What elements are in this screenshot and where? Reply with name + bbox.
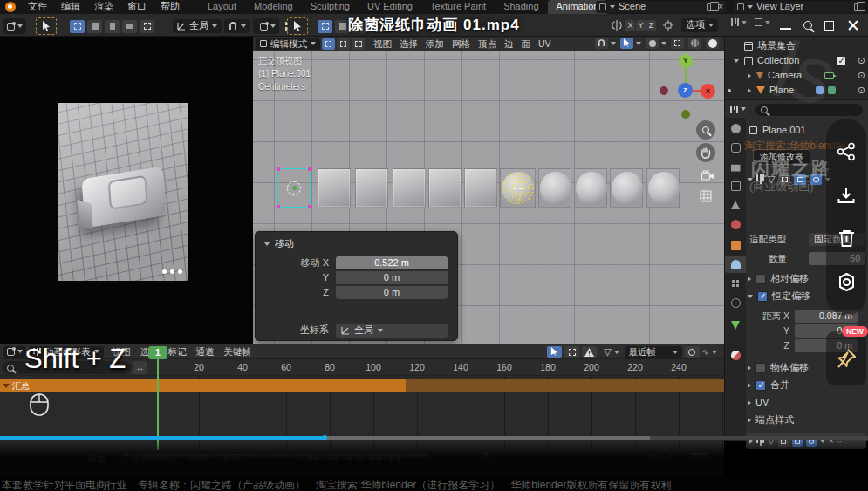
- section-checkbox[interactable]: [755, 380, 766, 391]
- outliner-row[interactable]: Camera ⊙: [725, 68, 868, 83]
- properties-search-input[interactable]: [755, 104, 863, 116]
- camera-view-button[interactable]: [698, 166, 717, 185]
- transform-value-field[interactable]: 0 m: [336, 286, 448, 299]
- tab-object-icon[interactable]: [725, 236, 746, 254]
- transform-value-field[interactable]: 0 m: [336, 271, 448, 284]
- editor-menu[interactable]: 添加: [426, 38, 444, 50]
- view-layer-selector[interactable]: View Layer: [734, 1, 865, 13]
- workspace-tab[interactable]: Layout: [199, 0, 245, 14]
- shading-solid-button[interactable]: [706, 38, 719, 49]
- plane-object[interactable]: [318, 168, 351, 208]
- expand-caret-icon[interactable]: [748, 295, 753, 298]
- edit-mode-toggle[interactable]: [778, 174, 790, 185]
- tab-view-layer-icon[interactable]: [725, 177, 746, 194]
- outliner-item-label[interactable]: Camera: [768, 70, 802, 81]
- gizmo-axis-x[interactable]: X: [701, 84, 715, 99]
- show-gizmo-button[interactable]: [671, 38, 684, 49]
- workspace-tab[interactable]: Modeling: [245, 0, 302, 14]
- expand-caret-icon[interactable]: [748, 276, 751, 282]
- gizmo-axis-y[interactable]: Y: [679, 54, 693, 68]
- plane-object[interactable]: [464, 168, 497, 208]
- edit-mode-sphere-object[interactable]: [500, 168, 536, 208]
- topbar-menu[interactable]: 帮助: [154, 1, 187, 12]
- expand-caret-icon[interactable]: [748, 383, 751, 388]
- topbar-menu[interactable]: 渲染: [87, 1, 120, 12]
- edge-select-button[interactable]: [337, 38, 350, 50]
- face-select-button[interactable]: [352, 38, 365, 50]
- only-selected-button[interactable]: [547, 346, 562, 358]
- outliner-item-label[interactable]: Plane: [769, 85, 794, 96]
- expand-caret-icon[interactable]: [734, 59, 739, 63]
- transform-value-field[interactable]: 0.522 m: [336, 256, 448, 269]
- pan-hand-button[interactable]: [696, 143, 715, 162]
- scene-collection-label[interactable]: 场景集合: [757, 40, 796, 51]
- expand-caret-icon[interactable]: [748, 418, 751, 423]
- close-icon[interactable]: ×: [718, 2, 723, 12]
- eye-icon[interactable]: ⊙: [858, 70, 865, 81]
- gizmo-axis-minus-x[interactable]: [660, 86, 668, 95]
- modifier-section-row[interactable]: 合并: [748, 379, 789, 391]
- tab-scene-icon[interactable]: [725, 196, 746, 214]
- tab-particles-icon[interactable]: [725, 275, 746, 292]
- sphere-object[interactable]: [646, 168, 680, 208]
- modifier-section-row[interactable]: UV: [748, 397, 769, 408]
- collection-checkbox[interactable]: [836, 56, 846, 66]
- selected-plane-object[interactable]: [277, 168, 311, 208]
- copy-icon[interactable]: [707, 3, 714, 11]
- tab-tool-icon[interactable]: [725, 119, 746, 137]
- transform-panel[interactable]: 移动 移动 X 0.522 m Y 0 m Z 0 m: [255, 231, 458, 341]
- section-checkbox[interactable]: [755, 363, 766, 373]
- sphere-object[interactable]: [538, 168, 571, 208]
- overlays-button[interactable]: [688, 38, 701, 49]
- outliner-row[interactable]: Plane ⊙: [725, 83, 868, 98]
- filter-funnel-icon[interactable]: ▽: [604, 346, 611, 358]
- editor-menu[interactable]: 边: [504, 38, 514, 50]
- close-icon[interactable]: ✕: [846, 17, 860, 34]
- expand-caret-icon[interactable]: [748, 73, 751, 78]
- plane-object[interactable]: [355, 168, 388, 208]
- current-frame-indicator[interactable]: 1: [148, 346, 167, 359]
- workspace-tab[interactable]: UV Editing: [359, 0, 421, 14]
- eye-icon[interactable]: ⊙: [858, 55, 865, 66]
- snap-mode-dropdown[interactable]: 最近帧: [625, 346, 682, 358]
- mode-dropdown[interactable]: 编辑模式: [256, 38, 320, 50]
- render-toggle[interactable]: [810, 174, 822, 185]
- hidden-objects-button[interactable]: [564, 346, 579, 358]
- summary-channel-row[interactable]: 汇总: [0, 379, 406, 392]
- copy-icon[interactable]: [854, 3, 861, 11]
- left-3d-viewport[interactable]: [0, 37, 253, 344]
- collapse-caret-icon[interactable]: [748, 178, 753, 181]
- proportional-edit-button[interactable]: [685, 346, 700, 358]
- orientation-dropdown[interactable]: 全局: [336, 324, 448, 338]
- trash-icon[interactable]: [837, 228, 856, 248]
- share-icon[interactable]: [837, 142, 856, 161]
- plane-object[interactable]: [393, 168, 426, 208]
- modifier-header[interactable]: ▽: [748, 174, 830, 185]
- modifier-section-row[interactable]: 相对偏移: [748, 273, 809, 284]
- add-modifier-button[interactable]: 添加修改器: [753, 149, 810, 165]
- workspace-tab[interactable]: Texture Paint: [421, 0, 495, 14]
- zoom-button[interactable]: [696, 120, 715, 140]
- tab-output-icon[interactable]: [725, 158, 746, 175]
- tab-render-icon[interactable]: [725, 139, 746, 156]
- download-icon[interactable]: [837, 186, 856, 205]
- section-checkbox[interactable]: [757, 291, 768, 302]
- tab-modifiers-icon[interactable]: [725, 256, 746, 273]
- editor-menu[interactable]: 面: [522, 38, 531, 50]
- timeline-menu[interactable]: 标记: [168, 346, 187, 358]
- topbar-menu[interactable]: 编辑: [54, 1, 87, 12]
- expand-caret-icon[interactable]: [748, 400, 751, 406]
- modifier-section-row[interactable]: 端点样式: [748, 414, 794, 426]
- expand-caret-icon[interactable]: [748, 88, 751, 93]
- modifier-section-row[interactable]: 恒定偏移: [748, 290, 810, 302]
- timeline-menu[interactable]: 关键帧: [224, 346, 252, 358]
- section-checkbox[interactable]: [755, 274, 766, 284]
- blender-logo-icon[interactable]: [5, 2, 16, 12]
- settings-icon[interactable]: [837, 272, 857, 292]
- scene-selector[interactable]: Scene ×: [596, 1, 727, 13]
- zoom-window-icon[interactable]: [803, 21, 812, 30]
- gizmo-axis-z[interactable]: Z: [678, 83, 693, 98]
- realtime-toggle[interactable]: [794, 174, 806, 185]
- editor-menu[interactable]: UV: [538, 38, 551, 50]
- falloff-sphere-button[interactable]: [646, 38, 659, 49]
